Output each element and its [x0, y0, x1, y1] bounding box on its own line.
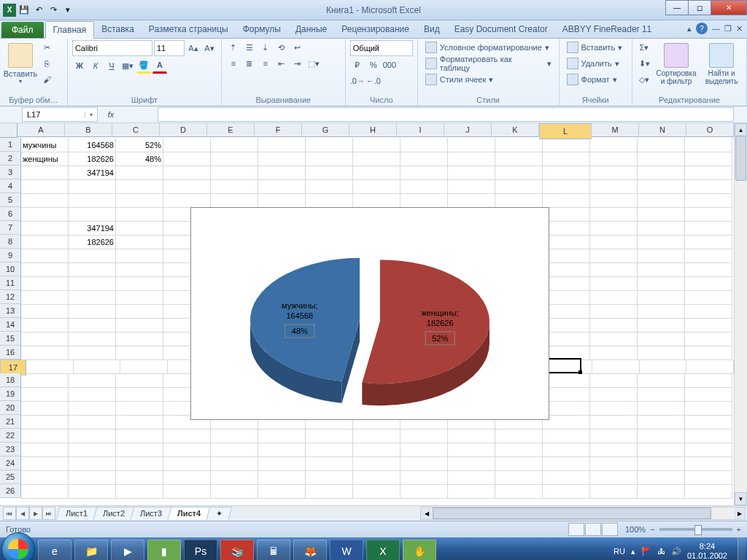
cell-J4[interactable]	[448, 179, 495, 194]
cell-L15[interactable]	[543, 332, 590, 346]
cell-C4[interactable]	[116, 179, 163, 194]
cell-J23[interactable]	[448, 443, 495, 457]
ribbon-tab-7[interactable]: Easy Document Creator	[447, 21, 555, 38]
scroll-right-icon[interactable]: ▶	[734, 508, 745, 519]
cell-L22[interactable]	[543, 429, 590, 443]
row-header-19[interactable]: 19	[0, 387, 21, 401]
cell-C16[interactable]	[116, 346, 163, 360]
taskbar-app1-icon[interactable]: ▮	[147, 540, 181, 560]
cell-C14[interactable]	[116, 318, 163, 332]
cell-D24[interactable]	[163, 456, 211, 471]
cell-A21[interactable]	[21, 415, 69, 429]
zoom-in-button[interactable]: +	[737, 525, 741, 534]
cell-M24[interactable]	[590, 456, 638, 471]
col-header-A[interactable]: A	[18, 123, 65, 137]
cell-M3[interactable]	[590, 166, 638, 180]
select-all-corner[interactable]	[0, 123, 18, 138]
mdi-close-icon[interactable]: ✕	[736, 24, 743, 34]
sheet-tab-2[interactable]: Лист3	[131, 507, 172, 520]
cell-H24[interactable]	[353, 456, 400, 471]
merge-button[interactable]: ⬚▾	[306, 56, 321, 71]
sheet-tab-1[interactable]: Лист2	[93, 507, 135, 520]
scroll-up-icon[interactable]: ▲	[735, 123, 747, 136]
cell-A1[interactable]: мужчины	[21, 138, 69, 152]
cell-K2[interactable]	[495, 152, 543, 166]
col-header-O[interactable]: O	[686, 123, 734, 137]
cell-L6[interactable]	[543, 207, 590, 222]
cell-M26[interactable]	[590, 484, 638, 499]
col-header-H[interactable]: H	[349, 123, 397, 137]
redo-icon[interactable]: ↷	[47, 4, 60, 17]
fx-icon[interactable]: fx	[104, 110, 118, 119]
clear-icon[interactable]: ◇▾	[637, 72, 651, 87]
cell-L7[interactable]	[543, 221, 590, 236]
cell-J2[interactable]	[448, 152, 495, 166]
border-button[interactable]: ▦▾	[120, 58, 135, 73]
cell-I25[interactable]	[400, 470, 448, 485]
cell-B15[interactable]	[69, 332, 116, 346]
name-box[interactable]: L17▾	[22, 107, 98, 122]
cell-I3[interactable]	[400, 166, 448, 180]
cell-H26[interactable]	[353, 484, 400, 499]
cell-G25[interactable]	[306, 470, 353, 485]
cell-O11[interactable]	[685, 276, 732, 291]
cell-J3[interactable]	[448, 166, 495, 180]
cell-N8[interactable]	[638, 235, 685, 249]
taskbar-app3-icon[interactable]: ✋	[403, 540, 436, 560]
cell-G2[interactable]	[306, 152, 353, 166]
cell-B6[interactable]	[69, 207, 116, 222]
cell-A6[interactable]	[21, 207, 69, 222]
cell-J22[interactable]	[448, 429, 495, 443]
cell-C10[interactable]	[116, 262, 163, 277]
row-header-13[interactable]: 13	[0, 304, 21, 318]
insert-sheet-button[interactable]: ✦	[206, 507, 233, 520]
cell-K25[interactable]	[495, 470, 543, 485]
vertical-scrollbar[interactable]: ▲ ▼	[734, 123, 747, 505]
col-header-C[interactable]: C	[112, 123, 160, 137]
cell-G26[interactable]	[306, 484, 353, 499]
align-top-icon[interactable]: ⇡	[226, 40, 241, 55]
cell-O10[interactable]	[685, 262, 732, 277]
cell-B25[interactable]	[69, 470, 116, 485]
autosum-icon[interactable]: Σ▾	[637, 40, 651, 55]
cell-J24[interactable]	[448, 456, 495, 471]
cell-I22[interactable]	[400, 429, 448, 443]
cell-C24[interactable]	[116, 456, 163, 471]
cell-C21[interactable]	[116, 415, 163, 429]
cell-F2[interactable]	[258, 152, 306, 166]
tray-flag-icon[interactable]: 🚩	[641, 547, 651, 556]
row-header-21[interactable]: 21	[0, 415, 21, 429]
cell-A16[interactable]	[21, 346, 69, 360]
cell-K23[interactable]	[495, 443, 543, 457]
col-header-M[interactable]: M	[592, 123, 639, 137]
sort-filter-button[interactable]: Сортировка и фильтр	[654, 40, 698, 85]
cell-A19[interactable]	[21, 387, 69, 402]
taskbar-calc-icon[interactable]: 🖩	[257, 540, 290, 560]
cell-K5[interactable]	[495, 193, 543, 208]
col-header-N[interactable]: N	[639, 123, 686, 137]
cell-M23[interactable]	[590, 443, 638, 457]
col-header-B[interactable]: B	[65, 123, 112, 137]
cell-O17[interactable]	[686, 359, 734, 374]
row-header-7[interactable]: 7	[0, 221, 21, 235]
cell-C15[interactable]	[116, 332, 163, 346]
cell-N6[interactable]	[638, 207, 685, 222]
cell-N13[interactable]	[638, 304, 685, 319]
cell-A25[interactable]	[21, 470, 69, 485]
number-format-select[interactable]	[350, 40, 413, 56]
row-header-8[interactable]: 8	[0, 235, 21, 249]
cell-H4[interactable]	[353, 179, 400, 194]
cell-A22[interactable]	[21, 429, 69, 443]
shrink-font-icon[interactable]: A▾	[202, 41, 217, 55]
cell-L16[interactable]	[543, 346, 590, 360]
cell-B20[interactable]	[69, 401, 116, 416]
cell-E22[interactable]	[211, 429, 258, 443]
cell-L23[interactable]	[543, 443, 590, 457]
zoom-slider[interactable]	[659, 528, 732, 531]
cell-L8[interactable]	[543, 235, 590, 249]
cell-M21[interactable]	[590, 415, 638, 429]
cell-D5[interactable]	[163, 193, 211, 208]
cell-B22[interactable]	[69, 429, 116, 443]
cell-O2[interactable]	[685, 152, 732, 166]
show-desktop-button[interactable]	[738, 537, 746, 560]
